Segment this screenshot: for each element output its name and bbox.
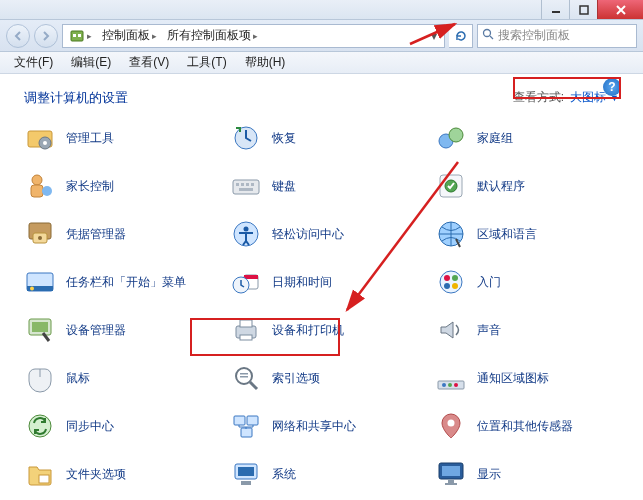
cp-item-label: 恢复 [272, 130, 296, 147]
address-bar-row: ▸ 控制面板▸ 所有控制面板项▸ ▾ 搜索控制面板 [0, 20, 643, 52]
search-icon [482, 28, 494, 43]
gear-folder-icon [24, 122, 56, 154]
svg-rect-67 [448, 480, 454, 483]
menu-view[interactable]: 查看(V) [121, 52, 177, 73]
svg-rect-6 [78, 34, 81, 37]
svg-rect-21 [246, 183, 249, 186]
cp-item-datetime[interactable]: 日期和时间 [226, 263, 426, 301]
cp-item-sound[interactable]: 声音 [431, 311, 631, 349]
svg-point-39 [444, 275, 450, 281]
svg-rect-50 [240, 373, 248, 375]
svg-point-55 [454, 383, 458, 387]
cp-item-label: 管理工具 [66, 130, 114, 147]
svg-rect-61 [39, 475, 49, 483]
svg-point-40 [452, 275, 458, 281]
cp-item-label: 鼠标 [66, 370, 90, 387]
getting-started-icon [435, 266, 467, 298]
svg-point-41 [444, 283, 450, 289]
cp-item-default-programs[interactable]: 默认程序 [431, 167, 631, 205]
cp-item-label: 索引选项 [272, 370, 320, 387]
cp-item-label: 通知区域图标 [477, 370, 549, 387]
cp-item-sync[interactable]: 同步中心 [20, 407, 220, 445]
svg-point-14 [449, 128, 463, 142]
svg-point-15 [32, 175, 42, 185]
svg-point-54 [448, 383, 452, 387]
taskbar-icon [24, 266, 56, 298]
cp-item-location[interactable]: 位置和其他传感器 [431, 407, 631, 445]
menu-bar: 文件(F) 编辑(E) 查看(V) 工具(T) 帮助(H) [0, 52, 643, 74]
cp-item-getting-started[interactable]: 入门 [431, 263, 631, 301]
svg-line-3 [617, 6, 625, 14]
svg-line-8 [490, 36, 493, 39]
svg-rect-66 [442, 466, 460, 476]
svg-rect-19 [236, 183, 239, 186]
svg-point-42 [452, 283, 458, 289]
address-dropdown-icon[interactable]: ▾ [426, 29, 442, 43]
cp-item-device-manager[interactable]: 设备管理器 [20, 311, 220, 349]
cp-item-tray-icons[interactable]: 通知区域图标 [431, 359, 631, 397]
region-icon [435, 218, 467, 250]
keyboard-icon [230, 170, 262, 202]
cp-item-label: 网络和共享中心 [272, 418, 356, 435]
cp-item-devices-printers[interactable]: 设备和打印机 [226, 311, 426, 349]
menu-file[interactable]: 文件(F) [6, 52, 61, 73]
breadcrumb[interactable]: ▸ 控制面板▸ 所有控制面板项▸ ▾ [62, 24, 445, 48]
cp-item-mouse[interactable]: 鼠标 [20, 359, 220, 397]
search-input[interactable]: 搜索控制面板 [477, 24, 637, 48]
close-button[interactable] [597, 0, 643, 19]
default-programs-icon [435, 170, 467, 202]
cp-item-indexing[interactable]: 索引选项 [226, 359, 426, 397]
cp-item-taskbar[interactable]: 任务栏和「开始」菜单 [20, 263, 220, 301]
mouse-icon [24, 362, 56, 394]
cp-item-parental[interactable]: 家长控制 [20, 167, 220, 205]
cp-item-label: 任务栏和「开始」菜单 [66, 274, 186, 291]
cp-item-folder-options[interactable]: 文件夹选项 [20, 455, 220, 493]
breadcrumb-icon: ▸ [65, 28, 96, 44]
nav-forward-button[interactable] [34, 24, 58, 48]
menu-help[interactable]: 帮助(H) [237, 52, 294, 73]
crumb-1[interactable]: 所有控制面板项▸ [163, 27, 262, 44]
maximize-button[interactable] [569, 0, 597, 19]
menu-edit[interactable]: 编辑(E) [63, 52, 119, 73]
cp-item-display[interactable]: 显示 [431, 455, 631, 493]
cp-item-system[interactable]: 系统 [226, 455, 426, 493]
svg-point-28 [38, 236, 42, 240]
svg-rect-44 [32, 322, 48, 332]
svg-rect-4 [71, 31, 83, 41]
help-icon[interactable]: ? [603, 78, 621, 96]
cp-item-ease-access[interactable]: 轻松访问中心 [226, 215, 426, 253]
cp-item-label: 家庭组 [477, 130, 513, 147]
refresh-button[interactable] [449, 24, 473, 48]
svg-point-17 [42, 186, 52, 196]
cp-item-gear-folder[interactable]: 管理工具 [20, 119, 220, 157]
cp-item-label: 显示 [477, 466, 501, 483]
svg-rect-57 [234, 416, 245, 425]
svg-point-53 [442, 383, 446, 387]
menu-tools[interactable]: 工具(T) [179, 52, 234, 73]
cp-item-label: 日期和时间 [272, 274, 332, 291]
items-grid: 管理工具恢复家庭组家长控制键盘默认程序凭据管理器轻松访问中心区域和语言任务栏和「… [0, 115, 643, 500]
cp-item-homegroup[interactable]: 家庭组 [431, 119, 631, 157]
cp-item-credentials[interactable]: 凭据管理器 [20, 215, 220, 253]
nav-back-button[interactable] [6, 24, 30, 48]
svg-rect-51 [240, 376, 248, 378]
credentials-icon [24, 218, 56, 250]
cp-item-label: 文件夹选项 [66, 466, 126, 483]
cp-item-label: 键盘 [272, 178, 296, 195]
cp-item-network-share[interactable]: 网络和共享中心 [226, 407, 426, 445]
svg-rect-68 [445, 483, 457, 485]
svg-rect-46 [240, 320, 252, 327]
network-share-icon [230, 410, 262, 442]
cp-item-label: 区域和语言 [477, 226, 537, 243]
device-manager-icon [24, 314, 56, 346]
svg-rect-16 [31, 185, 43, 197]
minimize-button[interactable] [541, 0, 569, 19]
cp-item-restore[interactable]: 恢复 [226, 119, 426, 157]
view-by-value: 大图标 [570, 89, 606, 106]
crumb-0[interactable]: 控制面板▸ [98, 27, 161, 44]
content-header: 调整计算机的设置 查看方式: 大图标 ▼ [0, 74, 643, 115]
cp-item-keyboard[interactable]: 键盘 [226, 167, 426, 205]
cp-item-region[interactable]: 区域和语言 [431, 215, 631, 253]
cp-item-label: 入门 [477, 274, 501, 291]
svg-rect-18 [233, 180, 259, 194]
